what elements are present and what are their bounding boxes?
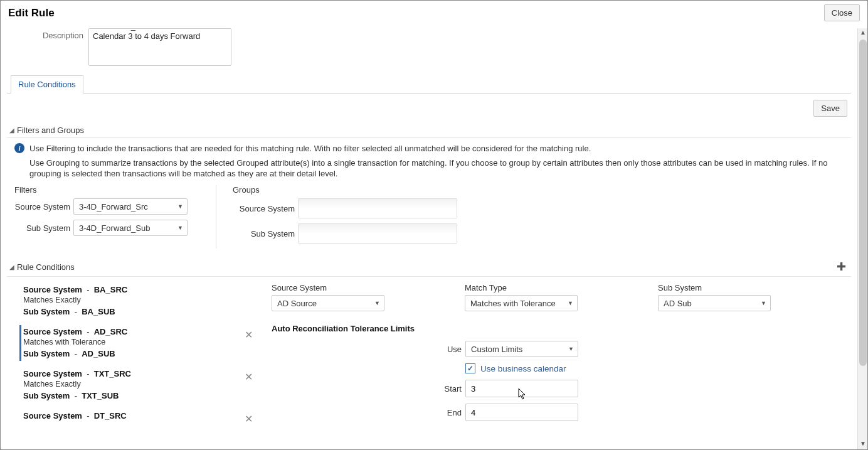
- vertical-scrollbar[interactable]: ▲ ▼: [857, 28, 867, 449]
- dialog-title: Edit Rule: [8, 7, 55, 19]
- groups-sub-system-label: Sub System: [233, 229, 298, 238]
- rule-condition-list: Source System - BA_SRCMatches ExactlySub…: [7, 279, 272, 429]
- rule-condition-item[interactable]: Source System - DT_SRC✕: [19, 409, 272, 423]
- collapse-icon: ◢: [9, 127, 14, 134]
- section-filters-title: Filters and Groups: [17, 126, 84, 135]
- chevron-down-icon: ▼: [374, 300, 380, 306]
- detail-sub-system-label: Sub System: [658, 283, 851, 292]
- detail-match-type-label: Match Type: [465, 283, 658, 292]
- chevron-down-icon: ▼: [568, 300, 573, 306]
- rule-condition-item[interactable]: Source System - TXT_SRCMatches ExactlySu…: [19, 367, 272, 403]
- detail-source-system-label: Source System: [272, 283, 465, 292]
- detail-match-type-select[interactable]: Matches with Tolerance ▼: [465, 295, 578, 311]
- chevron-down-icon: ▼: [177, 225, 183, 231]
- info-icon: i: [14, 143, 24, 153]
- scroll-up-icon[interactable]: ▲: [858, 28, 868, 38]
- delete-condition-icon[interactable]: ✕: [245, 371, 253, 383]
- description-label: Description: [13, 28, 88, 40]
- tolerance-title: Auto Reconciliation Tolerance Limits: [272, 324, 851, 333]
- end-input[interactable]: [465, 404, 578, 421]
- chevron-down-icon: ▼: [761, 300, 766, 306]
- end-label: End: [272, 408, 465, 417]
- delete-condition-icon[interactable]: ✕: [245, 329, 253, 341]
- filters-source-system-label: Source System: [14, 202, 73, 212]
- filters-source-system-select[interactable]: 3-4D_Forward_Src ▼: [73, 198, 188, 215]
- rule-condition-item[interactable]: Source System - BA_SRCMatches ExactlySub…: [19, 283, 272, 319]
- section-filters-groups[interactable]: ◢ Filters and Groups: [7, 123, 851, 138]
- groups-source-system-label: Source System: [233, 204, 298, 213]
- start-label: Start: [272, 384, 465, 394]
- description-line2: Calendar 3 to 4 days Forward: [93, 31, 200, 41]
- start-input[interactable]: [465, 380, 578, 397]
- section-rule-conditions[interactable]: ◢ Rule Conditions ✚: [7, 257, 851, 277]
- tab-rule-conditions[interactable]: Rule Conditions: [11, 75, 83, 94]
- close-button[interactable]: Close: [824, 4, 860, 21]
- chevron-down-icon: ▼: [568, 346, 574, 352]
- groups-heading: Groups: [233, 185, 457, 195]
- delete-condition-icon[interactable]: ✕: [245, 413, 253, 425]
- description-textarea[interactable]: 1 to 1 - 4D_Forward -- 1:1 Business Cale…: [88, 28, 231, 66]
- scroll-down-icon[interactable]: ▼: [858, 439, 868, 449]
- scrollbar-thumb[interactable]: [859, 40, 867, 366]
- use-label: Use: [272, 345, 465, 354]
- section-rule-conditions-title: Rule Conditions: [17, 262, 75, 272]
- collapse-icon: ◢: [9, 264, 14, 271]
- groups-source-system-box[interactable]: [298, 198, 457, 218]
- use-business-calendar-checkbox[interactable]: ✓: [465, 363, 475, 373]
- rule-condition-item[interactable]: Source System - AD_SRCMatches with Toler…: [19, 325, 272, 361]
- filters-heading: Filters: [14, 185, 208, 195]
- detail-source-system-select[interactable]: AD Source ▼: [272, 295, 384, 311]
- use-select[interactable]: Custom Limits ▼: [465, 341, 578, 357]
- groups-sub-system-box[interactable]: [298, 223, 457, 244]
- save-button[interactable]: Save: [813, 100, 847, 117]
- info-text: Use Filtering to include the transaction…: [29, 143, 847, 179]
- filters-sub-system-label: Sub System: [14, 223, 73, 233]
- chevron-down-icon: ▼: [177, 203, 183, 210]
- filters-sub-system-select[interactable]: 3-4D_Forward_Sub ▼: [73, 220, 188, 236]
- detail-sub-system-select[interactable]: AD Sub ▼: [658, 295, 771, 311]
- add-rule-condition-icon[interactable]: ✚: [837, 260, 851, 274]
- use-business-calendar-label: Use business calendar: [480, 364, 566, 373]
- description-line1: 1 to 1 - 4D_Forward -- 1:1 Business: [93, 28, 222, 31]
